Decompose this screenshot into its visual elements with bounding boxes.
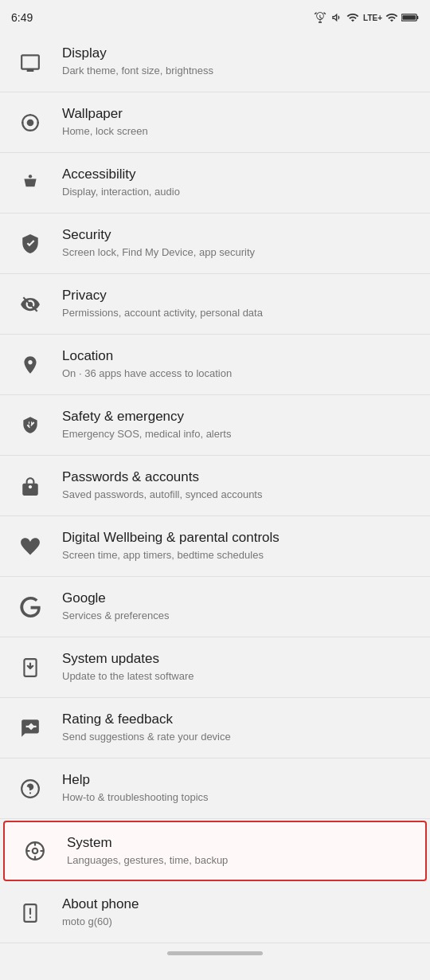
settings-item-system[interactable]: System Languages, gestures, time, backup xyxy=(3,821,427,881)
network-icon xyxy=(346,11,360,24)
settings-item-privacy[interactable]: Privacy Permissions, account activity, p… xyxy=(0,274,430,335)
item-subtitle-passwords: Saved passwords, autofill, synced accoun… xyxy=(62,488,417,502)
item-title-display: Display xyxy=(62,45,417,62)
status-icons: LTE+ xyxy=(314,11,419,24)
item-title-wallpaper: Wallpaper xyxy=(62,105,417,123)
svg-point-12 xyxy=(33,849,38,854)
item-text-system: System Languages, gestures, time, backup xyxy=(67,834,412,868)
accessibility-icon xyxy=(13,166,48,201)
settings-list: Display Dark theme, font size, brightnes… xyxy=(0,32,430,943)
safety-icon xyxy=(13,408,48,443)
wellbeing-icon xyxy=(13,529,48,564)
status-time: 6:49 xyxy=(11,11,33,24)
item-subtitle-systemupdates: Update to the latest software xyxy=(62,669,417,684)
system-icon xyxy=(18,833,53,868)
item-text-wellbeing: Digital Wellbeing & parental controls Sc… xyxy=(62,529,417,563)
svg-point-10 xyxy=(29,792,31,794)
settings-item-wellbeing[interactable]: Digital Wellbeing & parental controls Sc… xyxy=(0,516,430,577)
svg-point-14 xyxy=(29,916,31,918)
item-text-wallpaper: Wallpaper Home, lock screen xyxy=(62,105,417,139)
display-icon xyxy=(13,45,48,80)
item-text-passwords: Passwords & accounts Saved passwords, au… xyxy=(62,468,417,502)
volume-icon xyxy=(330,11,342,24)
item-title-location: Location xyxy=(62,347,417,365)
bottom-bar xyxy=(0,943,430,962)
status-bar: 6:49 LTE+ xyxy=(0,0,430,32)
settings-item-passwords[interactable]: Passwords & accounts Saved passwords, au… xyxy=(0,456,430,516)
item-subtitle-security: Screen lock, Find My Device, app securit… xyxy=(62,245,417,260)
wallpaper-icon xyxy=(13,105,48,140)
rating-icon xyxy=(13,711,48,746)
item-text-systemupdates: System updates Update to the latest soft… xyxy=(62,650,417,684)
settings-item-location[interactable]: Location On · 36 apps have access to loc… xyxy=(0,335,430,395)
item-text-location: Location On · 36 apps have access to loc… xyxy=(62,347,417,381)
item-text-safety: Safety & emergency Emergency SOS, medica… xyxy=(62,408,417,441)
item-subtitle-privacy: Permissions, account activity, personal … xyxy=(62,306,417,320)
item-title-safety: Safety & emergency xyxy=(62,408,417,425)
item-title-aboutphone: About phone xyxy=(62,896,417,913)
item-subtitle-rating: Send suggestions & rate your device xyxy=(62,730,417,744)
passwords-icon xyxy=(13,468,48,504)
bottom-handle xyxy=(167,951,263,955)
settings-item-display[interactable]: Display Dark theme, font size, brightnes… xyxy=(0,32,430,92)
location-icon xyxy=(13,347,48,382)
item-subtitle-system: Languages, gestures, time, backup xyxy=(67,853,412,868)
item-text-rating: Rating & feedback Send suggestions & rat… xyxy=(62,711,417,744)
alarm-icon xyxy=(314,11,326,24)
item-title-systemupdates: System updates xyxy=(62,650,417,668)
settings-item-safety[interactable]: Safety & emergency Emergency SOS, medica… xyxy=(0,395,430,456)
svg-point-5 xyxy=(29,174,32,178)
item-title-accessibility: Accessibility xyxy=(62,166,417,183)
item-subtitle-aboutphone: moto g(60) xyxy=(62,915,417,929)
svg-rect-2 xyxy=(402,15,416,20)
item-title-rating: Rating & feedback xyxy=(62,711,417,728)
item-subtitle-display: Dark theme, font size, brightness xyxy=(62,64,417,78)
security-icon xyxy=(13,226,48,261)
signal-icon xyxy=(385,11,398,24)
systemupdates-icon xyxy=(13,650,48,685)
item-subtitle-wallpaper: Home, lock screen xyxy=(62,124,417,139)
settings-item-google[interactable]: Google Services & preferences xyxy=(0,577,430,637)
item-subtitle-location: On · 36 apps have access to location xyxy=(62,367,417,381)
svg-point-4 xyxy=(27,119,34,126)
item-text-display: Display Dark theme, font size, brightnes… xyxy=(62,45,417,78)
item-title-help: Help xyxy=(62,771,417,789)
battery-icon xyxy=(401,11,419,24)
item-subtitle-help: How-to & troubleshooting topics xyxy=(62,790,417,805)
settings-item-aboutphone[interactable]: About phone moto g(60) xyxy=(0,883,430,943)
item-title-security: Security xyxy=(62,226,417,244)
item-title-privacy: Privacy xyxy=(62,287,417,304)
settings-item-rating[interactable]: Rating & feedback Send suggestions & rat… xyxy=(0,698,430,759)
lte-badge: LTE+ xyxy=(363,14,382,22)
settings-item-systemupdates[interactable]: System updates Update to the latest soft… xyxy=(0,637,430,698)
settings-item-accessibility[interactable]: Accessibility Display, interaction, audi… xyxy=(0,153,430,214)
privacy-icon xyxy=(13,287,48,322)
item-text-security: Security Screen lock, Find My Device, ap… xyxy=(62,226,417,260)
item-title-system: System xyxy=(67,834,412,852)
item-text-accessibility: Accessibility Display, interaction, audi… xyxy=(62,166,417,199)
item-subtitle-safety: Emergency SOS, medical info, alerts xyxy=(62,427,417,441)
aboutphone-icon xyxy=(13,896,48,931)
help-icon xyxy=(13,771,48,806)
settings-item-wallpaper[interactable]: Wallpaper Home, lock screen xyxy=(0,92,430,153)
settings-item-security[interactable]: Security Screen lock, Find My Device, ap… xyxy=(0,214,430,274)
item-subtitle-google: Services & preferences xyxy=(62,609,417,623)
item-title-passwords: Passwords & accounts xyxy=(62,468,417,486)
item-title-google: Google xyxy=(62,590,417,607)
item-text-google: Google Services & preferences xyxy=(62,590,417,623)
item-text-help: Help How-to & troubleshooting topics xyxy=(62,771,417,805)
item-text-aboutphone: About phone moto g(60) xyxy=(62,896,417,929)
google-icon xyxy=(13,590,48,625)
item-title-wellbeing: Digital Wellbeing & parental controls xyxy=(62,529,417,547)
item-subtitle-wellbeing: Screen time, app timers, bedtime schedul… xyxy=(62,548,417,563)
svg-rect-1 xyxy=(416,16,418,19)
item-subtitle-accessibility: Display, interaction, audio xyxy=(62,185,417,199)
settings-item-help[interactable]: Help How-to & troubleshooting topics xyxy=(0,759,430,819)
item-text-privacy: Privacy Permissions, account activity, p… xyxy=(62,287,417,320)
